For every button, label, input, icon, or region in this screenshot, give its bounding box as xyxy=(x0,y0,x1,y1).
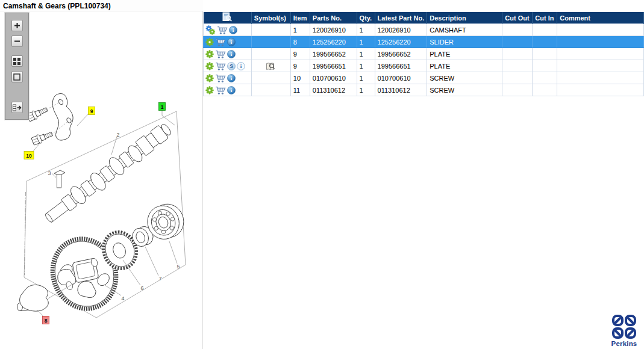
zoom-in-button[interactable] xyxy=(11,20,23,31)
cart-icon[interactable] xyxy=(215,50,226,59)
callout-8[interactable]: 8 xyxy=(43,317,49,324)
column-header-parts_no: Parts No. xyxy=(310,12,357,24)
table-row[interactable]: i110113106121011310612SCREW xyxy=(204,84,644,96)
parts-diagram: 12345678910 xyxy=(0,11,202,349)
callout-6[interactable]: 6 xyxy=(140,285,143,291)
cell-symbols xyxy=(251,24,290,36)
plate-illustration xyxy=(52,94,73,141)
cell-description: PLATE xyxy=(427,48,502,60)
cell-latest_part_no: 199566651 xyxy=(375,60,427,72)
info-icon[interactable]: i xyxy=(229,26,237,34)
table-row[interactable]: i91995666521199566652PLATE xyxy=(204,48,644,60)
cart-icon[interactable] xyxy=(215,62,226,71)
table-row[interactable]: i81252562201125256220SLIDER xyxy=(204,36,644,48)
table-row[interactable]: i11200269101120026910CAMSHAFT xyxy=(204,24,644,36)
row-action-icons: i xyxy=(204,36,252,48)
s-badge-icon[interactable]: S xyxy=(227,62,236,70)
cell-latest_part_no: 120026910 xyxy=(375,24,427,36)
cell-symbols xyxy=(251,84,290,96)
cell-item: 8 xyxy=(290,36,310,48)
column-header-latest_part_no: Latest Part No. xyxy=(375,12,427,24)
cell-parts_no: 199566651 xyxy=(310,60,357,72)
column-header-comment: Comment xyxy=(557,12,644,24)
book-search-icon xyxy=(222,12,233,22)
svg-text:4: 4 xyxy=(121,295,124,301)
callout-1[interactable]: 1 xyxy=(159,103,166,111)
cell-parts_no: 199566652 xyxy=(310,48,357,60)
gear-pair-icon[interactable] xyxy=(205,25,216,35)
cell-cut_in xyxy=(533,72,557,84)
callout-9[interactable]: 9 xyxy=(89,107,95,115)
gear-icon[interactable] xyxy=(205,50,214,58)
cell-latest_part_no: 010700610 xyxy=(375,72,427,84)
single-view-button[interactable] xyxy=(11,71,23,82)
callout-7[interactable]: 7 xyxy=(158,276,161,282)
info-outline-icon[interactable]: i xyxy=(237,62,245,70)
row-action-icons: i xyxy=(204,72,252,84)
svg-text:5: 5 xyxy=(177,264,180,270)
toggle-panel-button[interactable] xyxy=(11,102,23,113)
column-header-qty: Qty. xyxy=(357,12,375,24)
cell-cut_in xyxy=(533,24,557,36)
gear-icon[interactable] xyxy=(205,62,214,70)
bolt-illustration-lower xyxy=(31,130,54,146)
cell-qty: 1 xyxy=(357,24,375,36)
cell-symbols xyxy=(251,36,290,48)
cell-item: 9 xyxy=(290,60,310,72)
cell-qty: 1 xyxy=(357,84,375,96)
callout-2[interactable]: 2 xyxy=(116,132,119,138)
cell-description: CAMSHAFT xyxy=(427,24,502,36)
cell-item: 9 xyxy=(290,48,310,60)
cell-symbols xyxy=(251,72,290,84)
diagram-toolbar xyxy=(5,13,29,120)
table-row[interactable]: Si91995666511199566651PLATE xyxy=(204,60,644,72)
svg-text:2: 2 xyxy=(116,132,119,138)
zoom-out-button[interactable] xyxy=(11,36,23,47)
cell-description: SLIDER xyxy=(427,36,502,48)
cell-cut_out xyxy=(502,84,533,96)
cell-description: PLATE xyxy=(427,60,502,72)
info-icon[interactable]: i xyxy=(227,86,236,94)
cell-comment xyxy=(557,60,644,72)
cell-cut_in xyxy=(533,84,557,96)
gear-icon[interactable] xyxy=(205,38,214,46)
cell-cut_out xyxy=(502,36,533,48)
cell-qty: 1 xyxy=(357,36,375,48)
parts-table: Symbol(s)ItemParts No.Qty.Latest Part No… xyxy=(203,12,644,96)
callout-10[interactable]: 10 xyxy=(24,152,34,159)
cell-cut_out xyxy=(502,72,533,84)
row-action-icons: i xyxy=(204,84,252,96)
book-search-icon[interactable] xyxy=(266,62,276,71)
bolt-illustration-upper xyxy=(26,105,49,122)
cart-icon[interactable] xyxy=(215,74,226,83)
info-icon[interactable]: i xyxy=(227,38,236,46)
parts-panel: Symbol(s)ItemParts No.Qty.Latest Part No… xyxy=(203,0,644,349)
cell-comment xyxy=(557,72,644,84)
svg-text:3: 3 xyxy=(48,170,51,176)
cell-qty: 1 xyxy=(357,60,375,72)
cell-cut_out xyxy=(502,60,533,72)
gear-icon[interactable] xyxy=(205,86,214,94)
table-row[interactable]: i100107006101010700610SCREW xyxy=(204,72,644,84)
svg-text:6: 6 xyxy=(140,285,143,291)
cart-icon[interactable] xyxy=(215,38,226,47)
callout-5[interactable]: 5 xyxy=(177,264,180,270)
cell-parts_no: 010700610 xyxy=(310,72,357,84)
svg-text:1: 1 xyxy=(161,104,164,110)
cell-latest_part_no: 011310612 xyxy=(375,84,427,96)
info-icon[interactable]: i xyxy=(227,74,236,82)
cell-latest_part_no: 125256220 xyxy=(375,36,427,48)
tile-view-button[interactable] xyxy=(11,55,23,67)
perkins-logo-text: Perkins xyxy=(607,340,641,347)
info-icon[interactable]: i xyxy=(227,50,236,58)
column-header-cut_in: Cut In xyxy=(533,12,557,24)
callout-4[interactable]: 4 xyxy=(121,295,124,301)
column-header-description: Description xyxy=(427,12,502,24)
cart-icon[interactable] xyxy=(215,86,226,95)
cart-icon[interactable] xyxy=(217,26,228,35)
svg-text:7: 7 xyxy=(158,276,161,282)
gear-icon[interactable] xyxy=(205,74,214,82)
callout-3[interactable]: 3 xyxy=(48,170,51,176)
cell-item: 1 xyxy=(290,24,310,36)
svg-text:9: 9 xyxy=(90,108,93,114)
